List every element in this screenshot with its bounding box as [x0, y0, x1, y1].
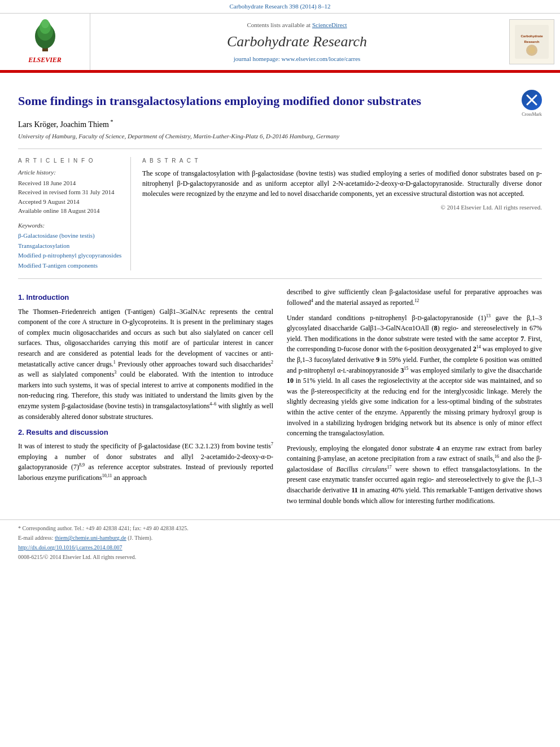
journal-title-section: Contents lists available at ScienceDirec… — [90, 14, 504, 70]
footer-issn: 0008-6215/© 2014 Elsevier Ltd. All right… — [18, 553, 542, 561]
section1-para1: The Thomsen–Friedenreich antigen (T-anti… — [18, 307, 273, 422]
abstract-column: A B S T R A C T The scope of transgalact… — [142, 157, 542, 270]
col2-para3: Previously, employing the elongated dono… — [287, 443, 542, 506]
received-revised-date: Received in revised form 31 July 2014 — [18, 187, 124, 197]
accepted-date: Accepted 9 August 2014 — [18, 197, 124, 207]
footer-doi: http://dx.doi.org/10.1016/j.carres.2014.… — [18, 544, 542, 552]
journal-homepage: journal homepage: www.elsevier.com/locat… — [234, 55, 361, 63]
svg-point-4 — [41, 19, 49, 28]
crossmark-badge[interactable]: CrossMark — [522, 90, 542, 117]
received-date: Received 18 June 2014 — [18, 178, 124, 188]
author1: Lars Kröger, Joachim Thiem — [18, 120, 109, 128]
crossmark-icon — [522, 90, 542, 110]
article-info-abstract: A R T I C L E I N F O Article history: R… — [18, 157, 542, 270]
title-row: Some findings in transgalactosylations e… — [18, 88, 542, 117]
article-title: Some findings in transgalactosylations e… — [18, 93, 516, 110]
abstract-header: A B S T R A C T — [142, 157, 542, 165]
corresponding-star: * — [109, 119, 113, 125]
footer-email[interactable]: thiem@chemie.uni-hamburg.de — [55, 535, 126, 541]
carbo-logo-section: Carbohydrate Research — [504, 14, 560, 70]
section1-title: 1. Introduction — [18, 292, 273, 303]
carbo-research-logo: Carbohydrate Research — [509, 19, 554, 64]
copyright: © 2014 Elsevier Ltd. All rights reserved… — [142, 203, 542, 212]
journal-citation: Carbohydrate Research 398 (2014) 8–12 — [229, 3, 330, 10]
col2-para1: described to give sufficiently clean β-g… — [287, 287, 542, 308]
crossmark-label: CrossMark — [522, 111, 542, 117]
body-right-column: described to give sufficiently clean β-g… — [287, 287, 542, 510]
journal-bar: Carbohydrate Research 398 (2014) 8–12 — [0, 0, 560, 14]
elsevier-logo-section: ELSEVIER — [0, 14, 90, 70]
svg-text:Research: Research — [524, 40, 539, 43]
keyword-1: β-Galactosidase (bovine testis) — [18, 231, 124, 241]
footer: * Corresponding author. Tel.: +49 40 428… — [0, 519, 560, 567]
info-divider — [18, 148, 542, 149]
article-info-header: A R T I C L E I N F O — [18, 157, 124, 165]
keywords-label: Keywords: — [18, 221, 124, 230]
article-info-column: A R T I C L E I N F O Article history: R… — [18, 157, 131, 270]
affiliation: University of Hamburg, Faculty of Scienc… — [18, 132, 542, 141]
crossmark-svg — [525, 93, 539, 107]
keyword-2: Transgalactosylation — [18, 241, 124, 251]
section2-para1: It was of interest to study the specific… — [18, 441, 273, 483]
article-history: Article history: Received 18 June 2014 R… — [18, 168, 124, 215]
sciencedirect-link[interactable]: ScienceDirect — [312, 21, 347, 28]
journal-title: Carbohydrate Research — [227, 32, 367, 52]
body-left-column: 1. Introduction The Thomsen–Friedenreich… — [18, 287, 273, 510]
section2-title: 2. Results and discussion — [18, 427, 273, 438]
history-label: Article history: — [18, 168, 124, 177]
homepage-url[interactable]: www.elsevier.com/locate/carres — [282, 55, 361, 62]
elsevier-text: ELSEVIER — [28, 55, 62, 65]
body-columns: 1. Introduction The Thomsen–Friedenreich… — [18, 287, 542, 510]
keyword-4: Modified T-antigen components — [18, 261, 124, 271]
abstract-text: The scope of transgalactosylation with β… — [142, 168, 542, 199]
doi-link[interactable]: http://dx.doi.org/10.1016/j.carres.2014.… — [18, 544, 123, 551]
svg-point-9 — [528, 47, 535, 54]
journal-header: ELSEVIER Contents lists available at Sci… — [0, 14, 560, 71]
keywords-section: Keywords: β-Galactosidase (bovine testis… — [18, 221, 124, 271]
footer-email-line: E-mail address: thiem@chemie.uni-hamburg… — [18, 534, 542, 542]
available-online-date: Available online 18 August 2014 — [18, 206, 124, 216]
col2-para2: Under standard conditions p-nitrophenyl … — [287, 313, 542, 439]
svg-text:Carbohydrate: Carbohydrate — [520, 34, 543, 38]
body-divider — [18, 278, 542, 279]
footer-star-note: * Corresponding author. Tel.: +49 40 428… — [18, 525, 542, 532]
keyword-3: Modified p-nitrophenyl glycopyranosides — [18, 251, 124, 261]
elsevier-tree-icon — [23, 19, 68, 53]
carbo-logo-image: Carbohydrate Research — [515, 25, 549, 59]
main-content: Some findings in transgalactosylations e… — [0, 73, 560, 519]
authors-line: Lars Kröger, Joachim Thiem * — [18, 118, 542, 130]
contents-available: Contents lists available at ScienceDirec… — [247, 21, 347, 29]
